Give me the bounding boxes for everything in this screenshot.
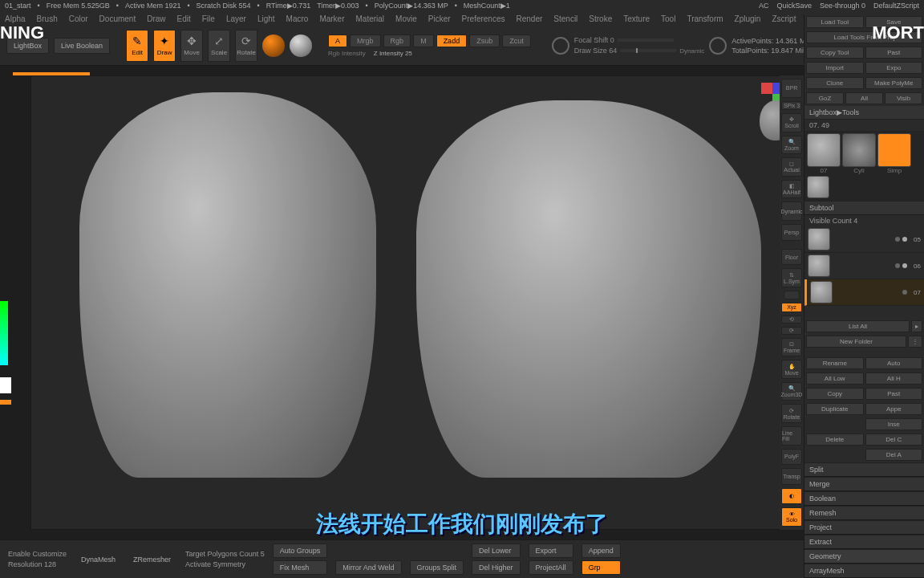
menu-color[interactable]: Color: [69, 14, 88, 23]
draw-size-slider[interactable]: Draw Size 64: [574, 47, 618, 55]
activatesym-button[interactable]: Activate Symmetry: [185, 560, 265, 568]
clone-button[interactable]: Clone: [806, 77, 864, 89]
goz-button[interactable]: GoZ: [806, 92, 844, 104]
menu-tool[interactable]: Tool: [661, 14, 675, 23]
newfolder-button[interactable]: New Folder: [806, 336, 906, 348]
listall-arrow[interactable]: ▸: [911, 320, 922, 332]
makepoly-button[interactable]: Make PolyMe: [865, 77, 923, 89]
tool-thumb-main[interactable]: [807, 133, 841, 167]
draw-mode-button[interactable]: ✦Draw: [153, 30, 176, 62]
split-header[interactable]: Split: [804, 462, 924, 477]
lsym-button[interactable]: ⇅L.Sym: [781, 268, 802, 287]
loadtool-button[interactable]: Load Tool: [806, 16, 864, 28]
paste-button[interactable]: Past: [865, 47, 923, 59]
menu-light[interactable]: Light: [257, 14, 275, 23]
menu-preferences[interactable]: Preferences: [462, 14, 505, 23]
insert-button[interactable]: Inse: [865, 418, 923, 430]
move-mode-button[interactable]: ✥Move: [180, 30, 203, 62]
scroll-button[interactable]: ✥Scroll: [781, 113, 802, 132]
dynamesh-button[interactable]: DynaMesh: [75, 553, 122, 566]
zoom-button[interactable]: 🔍Zoom: [781, 136, 802, 155]
menu-transform[interactable]: Transform: [687, 14, 723, 23]
delete-button[interactable]: Delete: [806, 434, 864, 446]
subtool-header[interactable]: Subtool: [804, 201, 924, 215]
lightboxtools-header[interactable]: Lightbox▶Tools: [804, 106, 924, 120]
boolean-header[interactable]: Boolean: [804, 491, 924, 506]
xpose-button[interactable]: ⟲: [781, 315, 802, 324]
menu-edit[interactable]: Edit: [177, 14, 191, 23]
z-intensity-slider[interactable]: Z Intensity 25: [374, 50, 412, 57]
menu-marker[interactable]: Marker: [319, 14, 344, 23]
extract-header[interactable]: Extract: [804, 535, 924, 549]
aahalf-button[interactable]: ◧AAHalf: [781, 180, 802, 199]
merge-header[interactable]: Merge: [804, 477, 924, 491]
scale-mode-button[interactable]: ⤢Scale: [208, 30, 230, 62]
zsub-pill[interactable]: Zsub: [469, 35, 500, 47]
append-bottom-button[interactable]: Append: [582, 543, 621, 558]
menu-render[interactable]: Render: [517, 14, 543, 23]
dynamic-label[interactable]: Dynamic: [679, 47, 704, 55]
copy-button[interactable]: Copy: [806, 388, 864, 400]
listall-button[interactable]: List All: [806, 320, 910, 332]
color-gradient[interactable]: [0, 301, 8, 365]
move-view-button[interactable]: ✋Move: [781, 360, 802, 379]
menu-texture[interactable]: Texture: [623, 14, 650, 23]
delhigher-button[interactable]: Del Higher: [472, 560, 521, 575]
menu-movie[interactable]: Movie: [395, 14, 417, 23]
rgb-pill[interactable]: Rgb: [383, 35, 411, 47]
subtool-row-3[interactable]: 07: [804, 279, 924, 306]
autogroups-button[interactable]: Auto Groups: [273, 543, 328, 558]
edit-mode-button[interactable]: ✎Edit: [126, 30, 148, 62]
tool-thumb-simple[interactable]: [877, 133, 911, 167]
export-bottom-button[interactable]: Export: [529, 543, 573, 558]
dellower-button[interactable]: Del Lower: [472, 543, 521, 558]
orange-swatch[interactable]: [0, 400, 11, 405]
arraymesh-header[interactable]: ArrayMesh: [804, 564, 924, 578]
transform-type-button[interactable]: [784, 291, 800, 299]
xyz-button[interactable]: Xyz: [781, 303, 802, 311]
zremesher-button[interactable]: ZRemesher: [127, 553, 177, 566]
newfolder-opt[interactable]: ⋮: [908, 336, 922, 348]
white-swatch[interactable]: [0, 377, 11, 393]
bpr-button[interactable]: BPR: [781, 79, 802, 98]
viewport[interactable]: [30, 75, 800, 530]
menu-material[interactable]: Material: [356, 14, 385, 23]
allh-button[interactable]: All H: [865, 372, 923, 385]
rotate-view-button[interactable]: ⟳Rotate: [781, 404, 802, 423]
solo-button[interactable]: 👁Solo: [781, 507, 802, 527]
menu-draw[interactable]: Draw: [147, 14, 165, 23]
m-pill[interactable]: M: [413, 35, 434, 47]
import-button[interactable]: Import: [806, 62, 864, 74]
mrgb-pill[interactable]: Mrgb: [350, 35, 381, 47]
duplicate-button[interactable]: Duplicate: [806, 403, 864, 415]
projectall-button[interactable]: ProjectAll: [529, 560, 573, 575]
subtool-row-2[interactable]: 06: [804, 253, 924, 279]
liveboolean-button[interactable]: Live Boolean: [54, 38, 110, 54]
rename-button[interactable]: Rename: [806, 357, 864, 369]
grp-button[interactable]: Grp: [582, 560, 621, 575]
alllow-button[interactable]: All Low: [806, 372, 864, 385]
append-button[interactable]: Appe: [865, 403, 923, 415]
remesh-header[interactable]: Remesh: [804, 506, 924, 520]
export-button[interactable]: Expo: [865, 62, 923, 74]
geometry-header[interactable]: Geometry: [804, 549, 924, 564]
tool-thumb-cyl[interactable]: [842, 133, 876, 167]
tool-thumb-small[interactable]: [807, 176, 829, 198]
dynamic-button[interactable]: Dynamic: [781, 201, 802, 221]
menu-zplugin[interactable]: Zplugin: [735, 14, 761, 23]
seethrough-slider[interactable]: See-through 0: [820, 2, 865, 10]
copytool-button[interactable]: Copy Tool: [806, 47, 864, 59]
menu-stroke[interactable]: Stroke: [589, 14, 612, 23]
auto-button[interactable]: Auto: [865, 357, 923, 369]
groupssplit-button[interactable]: Groups Split: [410, 560, 464, 575]
zadd-pill[interactable]: Zadd: [436, 35, 468, 47]
persp-button[interactable]: Persp: [781, 224, 802, 241]
defaultzscript-button[interactable]: DefaultZScript: [873, 2, 919, 10]
menu-macro[interactable]: Macro: [286, 14, 309, 23]
ghost-button[interactable]: ◐: [781, 488, 802, 505]
menu-stencil[interactable]: Stencil: [553, 14, 578, 23]
fixmesh-button[interactable]: Fix Mesh: [273, 560, 328, 575]
local-button[interactable]: ⟳: [781, 327, 802, 335]
menu-zscript[interactable]: Zscript: [772, 14, 796, 23]
delc-button[interactable]: Del C: [865, 434, 923, 446]
